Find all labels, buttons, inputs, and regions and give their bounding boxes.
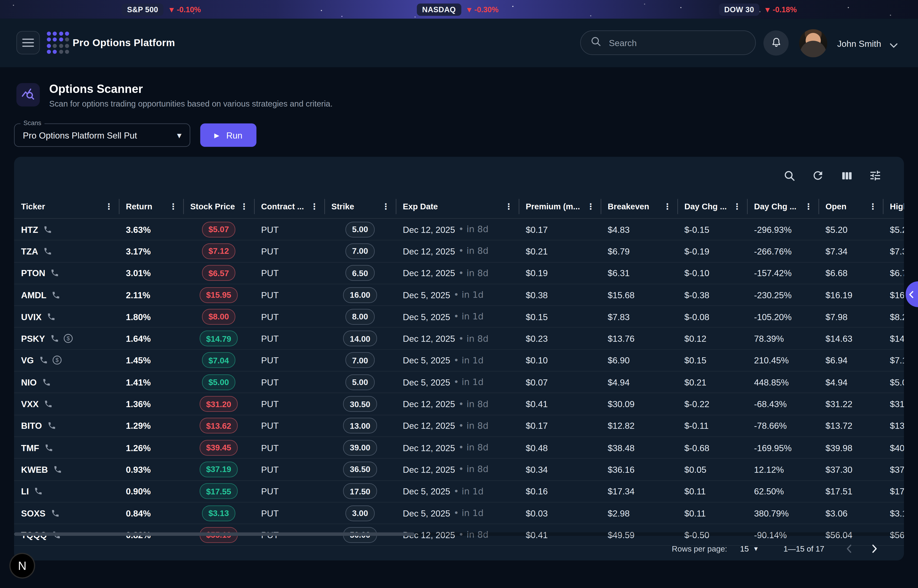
column-header[interactable]: Breakeven⋮ bbox=[601, 195, 677, 218]
table-row[interactable]: PSKY$1.64%$14.79PUT14.00Dec 12, 2025• in… bbox=[14, 328, 904, 350]
run-button[interactable]: ▶ Run bbox=[200, 123, 257, 147]
column-header[interactable]: Ticker⋮ bbox=[14, 195, 119, 218]
phone-icon[interactable] bbox=[53, 465, 62, 474]
cell-exp-date: Dec 12, 2025• in 8d bbox=[396, 333, 518, 344]
column-header[interactable]: Premium (m...⋮ bbox=[519, 195, 601, 218]
user-name[interactable]: John Smith bbox=[837, 33, 881, 54]
table-search-button[interactable] bbox=[783, 169, 796, 182]
rows-per-page-label: Rows per page: bbox=[672, 544, 727, 553]
previous-page-button[interactable] bbox=[840, 539, 860, 559]
kebab-menu-icon[interactable]: ⋮ bbox=[869, 202, 877, 211]
cell-breakeven: $30.09 bbox=[601, 399, 677, 409]
kebab-menu-icon[interactable]: ⋮ bbox=[310, 202, 319, 211]
cell-day-chg-pct: -266.76% bbox=[747, 246, 818, 256]
refresh-icon[interactable] bbox=[811, 169, 824, 182]
table-row[interactable]: HTZ3.63%$5.07PUT5.00Dec 12, 2025• in 8d$… bbox=[14, 219, 904, 241]
table-row[interactable]: BITO1.29%$13.62PUT13.00Dec 12, 2025• in … bbox=[14, 415, 904, 437]
scans-select[interactable]: Scans Pro Options Platform Sell Put ▼ bbox=[14, 123, 190, 147]
kebab-menu-icon[interactable]: ⋮ bbox=[105, 202, 113, 211]
table-toolbar bbox=[14, 157, 904, 194]
dollar-circle-icon[interactable]: $ bbox=[63, 333, 73, 343]
phone-icon[interactable] bbox=[51, 509, 60, 517]
phone-icon[interactable] bbox=[47, 312, 55, 321]
phone-icon[interactable] bbox=[52, 291, 60, 299]
table-row[interactable]: KWEB0.93%$37.19PUT36.50Dec 12, 2025• in … bbox=[14, 459, 904, 481]
table-row[interactable]: TMF1.26%$39.45PUT39.00Dec 12, 2025• in 8… bbox=[14, 437, 904, 459]
side-panel-toggle[interactable] bbox=[906, 281, 918, 307]
kebab-menu-icon[interactable]: ⋮ bbox=[586, 202, 595, 211]
cell-return: 3.63% bbox=[119, 225, 183, 234]
filter-tune-icon[interactable] bbox=[869, 169, 882, 182]
phone-icon[interactable] bbox=[43, 247, 52, 255]
column-header-label: Exp Date bbox=[403, 202, 438, 211]
search-box[interactable] bbox=[580, 30, 756, 55]
cell-return: 1.41% bbox=[119, 377, 183, 387]
phone-icon[interactable] bbox=[50, 268, 59, 277]
chevron-down-icon[interactable] bbox=[890, 40, 897, 50]
table-row[interactable]: SOXS0.84%$3.13PUT3.00Dec 5, 2025• in 1d$… bbox=[14, 502, 904, 524]
dollar-circle-icon[interactable]: $ bbox=[52, 355, 62, 365]
ticker-symbol: TMF bbox=[21, 443, 39, 452]
dev-badge[interactable]: N bbox=[10, 553, 35, 578]
exp-relative: • in 1d bbox=[453, 486, 484, 496]
search-input[interactable] bbox=[608, 37, 746, 48]
strike-badge: 30.50 bbox=[343, 396, 377, 412]
column-header[interactable]: Day Chg ...⋮ bbox=[677, 195, 747, 218]
cell-strike: 17.50 bbox=[324, 483, 396, 499]
column-header[interactable]: High⋮ bbox=[883, 195, 904, 218]
phone-icon[interactable] bbox=[44, 400, 53, 408]
column-header[interactable]: Return⋮ bbox=[119, 195, 183, 218]
avatar[interactable] bbox=[799, 29, 827, 57]
cell-high: $13. bbox=[883, 421, 904, 431]
cell-premium: $0.03 bbox=[519, 508, 601, 518]
table-row[interactable]: LI0.90%$17.55PUT17.50Dec 5, 2025• in 1d$… bbox=[14, 480, 904, 502]
phone-icon[interactable] bbox=[50, 334, 59, 343]
cell-high: $37 bbox=[883, 465, 904, 474]
table-row[interactable]: VXX1.36%$31.20PUT30.50Dec 12, 2025• in 8… bbox=[14, 393, 904, 415]
phone-icon[interactable] bbox=[42, 378, 50, 386]
phone-icon[interactable] bbox=[44, 443, 53, 452]
table-row[interactable]: UVIX1.80%$8.00PUT8.00Dec 5, 2025• in 1d$… bbox=[14, 306, 904, 328]
rows-per-page-select[interactable]: 15 ▼ bbox=[740, 544, 758, 553]
phone-icon[interactable] bbox=[34, 487, 43, 496]
next-page-button[interactable] bbox=[864, 539, 884, 559]
kebab-menu-icon[interactable]: ⋮ bbox=[240, 202, 248, 211]
cell-day-chg: $-0.08 bbox=[677, 312, 747, 321]
table-row[interactable]: TZA3.17%$7.12PUT7.00Dec 12, 2025• in 8d$… bbox=[14, 241, 904, 262]
strike-badge: 7.00 bbox=[346, 244, 374, 259]
table-row[interactable]: AMDL2.11%$15.95PUT16.00Dec 5, 2025• in 1… bbox=[14, 284, 904, 306]
cell-return: 1.36% bbox=[119, 399, 183, 409]
cell-premium: $0.34 bbox=[519, 465, 601, 474]
kebab-menu-icon[interactable]: ⋮ bbox=[169, 202, 178, 211]
kebab-menu-icon[interactable]: ⋮ bbox=[382, 202, 390, 211]
kebab-menu-icon[interactable]: ⋮ bbox=[804, 202, 813, 211]
cell-high: $31. bbox=[883, 399, 904, 409]
phone-icon[interactable] bbox=[43, 225, 52, 234]
menu-button[interactable] bbox=[16, 31, 40, 54]
exp-relative: • in 1d bbox=[453, 312, 484, 322]
strike-badge: 7.00 bbox=[346, 352, 374, 368]
kebab-menu-icon[interactable]: ⋮ bbox=[733, 202, 741, 211]
play-icon: ▶ bbox=[214, 131, 219, 139]
phone-icon[interactable] bbox=[47, 422, 56, 430]
table-row[interactable]: VG$1.45%$7.04PUT7.00Dec 5, 2025• in 1d$0… bbox=[14, 350, 904, 372]
cell-day-chg: $-0.10 bbox=[677, 268, 747, 278]
phone-icon[interactable] bbox=[39, 356, 48, 365]
column-header[interactable]: Exp Date⋮ bbox=[396, 195, 518, 218]
kebab-menu-icon[interactable]: ⋮ bbox=[505, 202, 513, 211]
horizontal-scrollbar-thumb[interactable] bbox=[14, 532, 414, 536]
column-header[interactable]: Strike⋮ bbox=[324, 195, 396, 218]
notifications-button[interactable] bbox=[763, 30, 788, 55]
cell-contract: PUT bbox=[254, 268, 324, 278]
table-row[interactable]: PTON3.01%$6.57PUT6.50Dec 12, 2025• in 8d… bbox=[14, 262, 904, 284]
select-caret-icon: ▼ bbox=[754, 546, 758, 551]
columns-icon[interactable] bbox=[840, 169, 853, 182]
kebab-menu-icon[interactable]: ⋮ bbox=[663, 202, 672, 211]
table-row[interactable]: NIO1.41%$5.00PUT5.00Dec 5, 2025• in 1d$0… bbox=[14, 372, 904, 394]
cell-exp-date: Dec 12, 2025• in 8d bbox=[396, 268, 518, 278]
column-header[interactable]: Stock Price⋮ bbox=[183, 195, 254, 218]
column-header[interactable]: Contract ...⋮ bbox=[254, 195, 324, 218]
column-header[interactable]: Day Chg ...⋮ bbox=[747, 195, 818, 218]
cell-premium: $0.38 bbox=[519, 290, 601, 300]
column-header[interactable]: Open⋮ bbox=[818, 195, 883, 218]
